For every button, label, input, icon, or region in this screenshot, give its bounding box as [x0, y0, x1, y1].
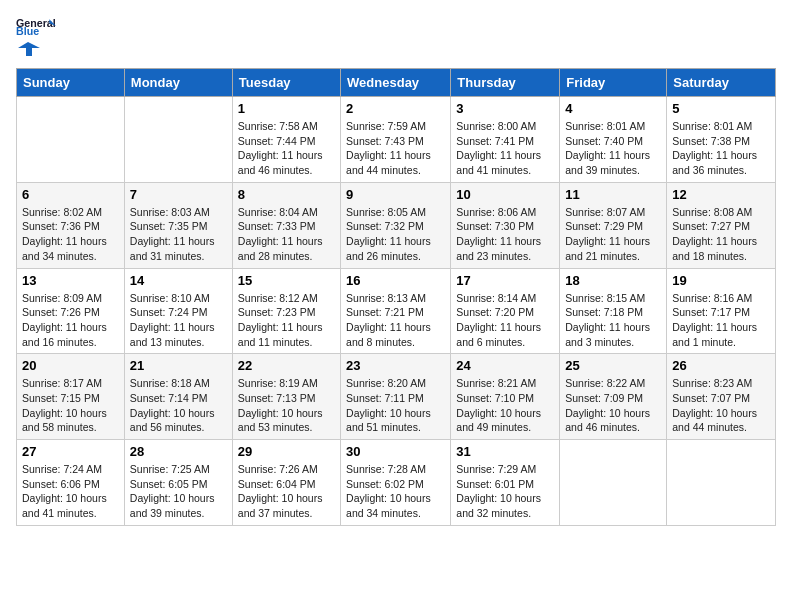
day-number: 29: [238, 444, 335, 459]
calendar-table: SundayMondayTuesdayWednesdayThursdayFrid…: [16, 68, 776, 526]
calendar-cell: 19Sunrise: 8:16 AM Sunset: 7:17 PM Dayli…: [667, 268, 776, 354]
svg-text:Blue: Blue: [16, 25, 39, 36]
day-number: 5: [672, 101, 770, 116]
day-number: 12: [672, 187, 770, 202]
calendar-cell: 5Sunrise: 8:01 AM Sunset: 7:38 PM Daylig…: [667, 97, 776, 183]
day-info: Sunrise: 8:06 AM Sunset: 7:30 PM Dayligh…: [456, 205, 554, 264]
day-number: 26: [672, 358, 770, 373]
calendar-cell: 25Sunrise: 8:22 AM Sunset: 7:09 PM Dayli…: [560, 354, 667, 440]
day-info: Sunrise: 7:25 AM Sunset: 6:05 PM Dayligh…: [130, 462, 227, 521]
calendar-cell: 20Sunrise: 8:17 AM Sunset: 7:15 PM Dayli…: [17, 354, 125, 440]
day-number: 4: [565, 101, 661, 116]
day-number: 21: [130, 358, 227, 373]
week-row-3: 20Sunrise: 8:17 AM Sunset: 7:15 PM Dayli…: [17, 354, 776, 440]
header-row: SundayMondayTuesdayWednesdayThursdayFrid…: [17, 69, 776, 97]
logo-icon: General Blue: [16, 16, 56, 36]
day-info: Sunrise: 8:19 AM Sunset: 7:13 PM Dayligh…: [238, 376, 335, 435]
day-info: Sunrise: 8:03 AM Sunset: 7:35 PM Dayligh…: [130, 205, 227, 264]
week-row-0: 1Sunrise: 7:58 AM Sunset: 7:44 PM Daylig…: [17, 97, 776, 183]
day-info: Sunrise: 8:15 AM Sunset: 7:18 PM Dayligh…: [565, 291, 661, 350]
day-info: Sunrise: 7:24 AM Sunset: 6:06 PM Dayligh…: [22, 462, 119, 521]
svg-marker-3: [18, 42, 40, 56]
calendar-cell: 8Sunrise: 8:04 AM Sunset: 7:33 PM Daylig…: [232, 182, 340, 268]
week-row-4: 27Sunrise: 7:24 AM Sunset: 6:06 PM Dayli…: [17, 440, 776, 526]
day-number: 16: [346, 273, 445, 288]
day-info: Sunrise: 8:01 AM Sunset: 7:40 PM Dayligh…: [565, 119, 661, 178]
day-number: 23: [346, 358, 445, 373]
day-info: Sunrise: 8:08 AM Sunset: 7:27 PM Dayligh…: [672, 205, 770, 264]
calendar-cell: 3Sunrise: 8:00 AM Sunset: 7:41 PM Daylig…: [451, 97, 560, 183]
day-info: Sunrise: 8:14 AM Sunset: 7:20 PM Dayligh…: [456, 291, 554, 350]
logo: General Blue: [16, 16, 56, 56]
day-number: 10: [456, 187, 554, 202]
calendar-cell: 4Sunrise: 8:01 AM Sunset: 7:40 PM Daylig…: [560, 97, 667, 183]
header-thursday: Thursday: [451, 69, 560, 97]
header: General Blue: [16, 16, 776, 56]
header-tuesday: Tuesday: [232, 69, 340, 97]
calendar-cell: 1Sunrise: 7:58 AM Sunset: 7:44 PM Daylig…: [232, 97, 340, 183]
day-info: Sunrise: 8:05 AM Sunset: 7:32 PM Dayligh…: [346, 205, 445, 264]
day-number: 17: [456, 273, 554, 288]
calendar-cell: 11Sunrise: 8:07 AM Sunset: 7:29 PM Dayli…: [560, 182, 667, 268]
day-info: Sunrise: 8:12 AM Sunset: 7:23 PM Dayligh…: [238, 291, 335, 350]
day-number: 13: [22, 273, 119, 288]
day-number: 27: [22, 444, 119, 459]
calendar-cell: 17Sunrise: 8:14 AM Sunset: 7:20 PM Dayli…: [451, 268, 560, 354]
calendar-cell: 2Sunrise: 7:59 AM Sunset: 7:43 PM Daylig…: [341, 97, 451, 183]
day-info: Sunrise: 7:59 AM Sunset: 7:43 PM Dayligh…: [346, 119, 445, 178]
day-info: Sunrise: 8:17 AM Sunset: 7:15 PM Dayligh…: [22, 376, 119, 435]
calendar-cell: 29Sunrise: 7:26 AM Sunset: 6:04 PM Dayli…: [232, 440, 340, 526]
day-info: Sunrise: 8:01 AM Sunset: 7:38 PM Dayligh…: [672, 119, 770, 178]
day-info: Sunrise: 7:28 AM Sunset: 6:02 PM Dayligh…: [346, 462, 445, 521]
calendar-cell: 13Sunrise: 8:09 AM Sunset: 7:26 PM Dayli…: [17, 268, 125, 354]
calendar-cell: 24Sunrise: 8:21 AM Sunset: 7:10 PM Dayli…: [451, 354, 560, 440]
calendar-cell: 22Sunrise: 8:19 AM Sunset: 7:13 PM Dayli…: [232, 354, 340, 440]
day-info: Sunrise: 7:29 AM Sunset: 6:01 PM Dayligh…: [456, 462, 554, 521]
calendar-cell: 14Sunrise: 8:10 AM Sunset: 7:24 PM Dayli…: [124, 268, 232, 354]
calendar-cell: [124, 97, 232, 183]
day-number: 15: [238, 273, 335, 288]
day-number: 24: [456, 358, 554, 373]
day-info: Sunrise: 8:00 AM Sunset: 7:41 PM Dayligh…: [456, 119, 554, 178]
day-number: 31: [456, 444, 554, 459]
day-info: Sunrise: 8:21 AM Sunset: 7:10 PM Dayligh…: [456, 376, 554, 435]
calendar-cell: 7Sunrise: 8:03 AM Sunset: 7:35 PM Daylig…: [124, 182, 232, 268]
day-number: 9: [346, 187, 445, 202]
calendar-cell: 16Sunrise: 8:13 AM Sunset: 7:21 PM Dayli…: [341, 268, 451, 354]
day-info: Sunrise: 8:22 AM Sunset: 7:09 PM Dayligh…: [565, 376, 661, 435]
day-info: Sunrise: 8:10 AM Sunset: 7:24 PM Dayligh…: [130, 291, 227, 350]
calendar-cell: 18Sunrise: 8:15 AM Sunset: 7:18 PM Dayli…: [560, 268, 667, 354]
calendar-cell: [560, 440, 667, 526]
day-number: 30: [346, 444, 445, 459]
calendar-cell: [17, 97, 125, 183]
day-info: Sunrise: 8:18 AM Sunset: 7:14 PM Dayligh…: [130, 376, 227, 435]
day-info: Sunrise: 8:23 AM Sunset: 7:07 PM Dayligh…: [672, 376, 770, 435]
day-info: Sunrise: 8:04 AM Sunset: 7:33 PM Dayligh…: [238, 205, 335, 264]
day-info: Sunrise: 8:02 AM Sunset: 7:36 PM Dayligh…: [22, 205, 119, 264]
calendar-cell: 28Sunrise: 7:25 AM Sunset: 6:05 PM Dayli…: [124, 440, 232, 526]
day-number: 20: [22, 358, 119, 373]
header-monday: Monday: [124, 69, 232, 97]
day-info: Sunrise: 7:26 AM Sunset: 6:04 PM Dayligh…: [238, 462, 335, 521]
calendar-cell: 23Sunrise: 8:20 AM Sunset: 7:11 PM Dayli…: [341, 354, 451, 440]
calendar-cell: [667, 440, 776, 526]
day-number: 14: [130, 273, 227, 288]
day-number: 11: [565, 187, 661, 202]
day-info: Sunrise: 8:20 AM Sunset: 7:11 PM Dayligh…: [346, 376, 445, 435]
calendar-header: SundayMondayTuesdayWednesdayThursdayFrid…: [17, 69, 776, 97]
calendar-cell: 12Sunrise: 8:08 AM Sunset: 7:27 PM Dayli…: [667, 182, 776, 268]
week-row-2: 13Sunrise: 8:09 AM Sunset: 7:26 PM Dayli…: [17, 268, 776, 354]
day-number: 19: [672, 273, 770, 288]
day-info: Sunrise: 8:07 AM Sunset: 7:29 PM Dayligh…: [565, 205, 661, 264]
day-info: Sunrise: 7:58 AM Sunset: 7:44 PM Dayligh…: [238, 119, 335, 178]
calendar-body: 1Sunrise: 7:58 AM Sunset: 7:44 PM Daylig…: [17, 97, 776, 526]
calendar-cell: 9Sunrise: 8:05 AM Sunset: 7:32 PM Daylig…: [341, 182, 451, 268]
header-wednesday: Wednesday: [341, 69, 451, 97]
calendar-cell: 6Sunrise: 8:02 AM Sunset: 7:36 PM Daylig…: [17, 182, 125, 268]
day-number: 7: [130, 187, 227, 202]
day-number: 25: [565, 358, 661, 373]
day-number: 22: [238, 358, 335, 373]
day-number: 3: [456, 101, 554, 116]
logo-bird-icon: [18, 40, 40, 58]
calendar-cell: 30Sunrise: 7:28 AM Sunset: 6:02 PM Dayli…: [341, 440, 451, 526]
